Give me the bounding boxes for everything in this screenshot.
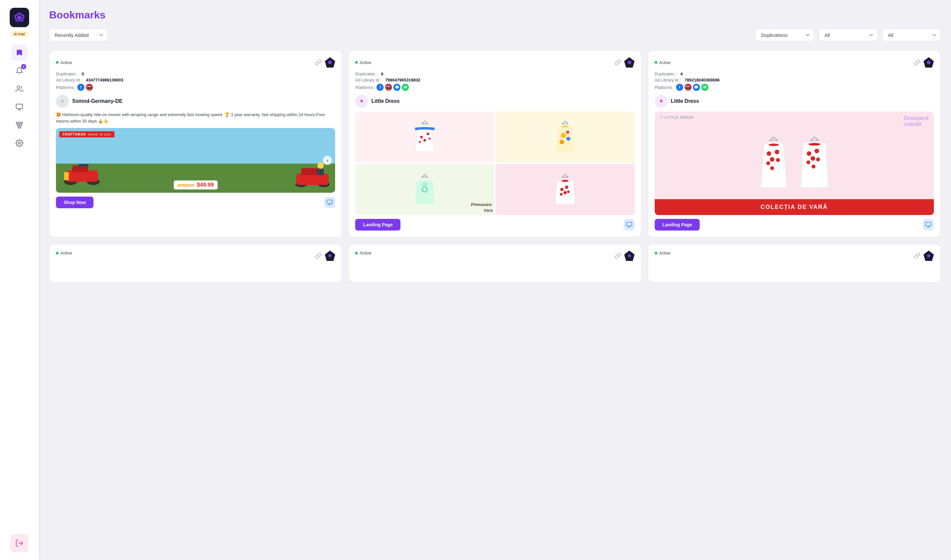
card-header-2: Active <box>355 57 634 68</box>
sidebar-nav: 0 <box>11 45 28 532</box>
pipiads-icon-1 <box>324 197 335 208</box>
svg-rect-19 <box>296 174 329 185</box>
bottom-actions-3 <box>914 251 934 261</box>
bottom-pentagon-3 <box>923 251 934 261</box>
bottom-card-3: Active <box>648 244 941 283</box>
page-title: Bookmarks <box>49 9 941 21</box>
svg-text:♡ ♡ ♡: ♡ ♡ ♡ <box>806 173 817 176</box>
bottom-cards-row: Active Active <box>49 244 941 283</box>
svg-rect-44 <box>626 222 632 226</box>
app-logo <box>10 8 29 27</box>
svg-rect-24 <box>327 200 333 204</box>
logout-button[interactable] <box>10 534 28 552</box>
library-icon <box>15 103 23 111</box>
craftsman-badge: CRAFTSMAN MADE IN USA <box>59 131 114 137</box>
pipiads-icon-2 <box>624 219 635 230</box>
bottom-link-3[interactable] <box>914 252 920 259</box>
svg-point-58 <box>806 160 810 164</box>
card-body-1: 🤩 Heirloom-quality ride-on mower with am… <box>56 112 335 124</box>
svg-point-59 <box>816 157 820 162</box>
bottom-pentagon-1 <box>325 251 335 261</box>
svg-point-48 <box>775 150 779 154</box>
brand-name-1: Sxmnd-Germany-DE <box>72 98 123 104</box>
brand-icon-3 <box>923 57 934 68</box>
svg-point-35 <box>566 131 569 134</box>
landing-page-button-2[interactable]: Landing Page <box>355 219 401 231</box>
svg-marker-8 <box>328 60 332 64</box>
svg-marker-65 <box>627 254 631 257</box>
card-cta-1: Shop Now <box>56 197 335 208</box>
brand-name-2: Little Dress <box>371 98 399 104</box>
dress-image-grid-2: Primavara- Vara <box>355 112 634 215</box>
card-meta-3: Duplicates : 4 Ad Library Id : 786218040… <box>655 71 934 91</box>
card-image-1: CRAFTSMAN MADE IN USA <box>56 128 335 193</box>
svg-point-57 <box>811 156 815 161</box>
filters-row: Recently Added Most Duplicated Newest Fi… <box>49 29 941 42</box>
platform-filter[interactable]: All Facebook Instagram Messenger <box>882 29 941 42</box>
bottom-actions-2 <box>615 251 635 261</box>
svg-point-29 <box>424 139 426 142</box>
dress-single-bg: ♡ LITTLE DRESS Descoperăcolecția <box>655 112 934 215</box>
svg-point-41 <box>564 191 567 194</box>
platform-icons-2: f 📸 💬 ✉ <box>376 84 409 91</box>
sidebar-item-filter[interactable] <box>11 117 28 133</box>
shop-now-button[interactable]: Shop Now <box>56 197 94 208</box>
svg-rect-4 <box>16 122 23 123</box>
card-status-3: Active <box>655 60 670 65</box>
svg-rect-15 <box>64 172 69 180</box>
colectia-banner: COLECȚIA DE VARĂ <box>655 199 934 215</box>
platform-icons-3: f 📸 💬 ✉ <box>676 84 708 91</box>
sidebar-item-notifications[interactable]: 0 <box>11 63 28 79</box>
sidebar-item-library[interactable] <box>11 99 28 115</box>
duplications-filter[interactable]: Duplications 0 1-5 6-10 10+ <box>755 29 814 42</box>
brand-name-3: Little Dress <box>671 98 699 104</box>
dress-cell-4 <box>496 164 635 215</box>
gear-icon <box>15 139 23 147</box>
landing-page-button-3[interactable]: Landing Page <box>655 219 700 231</box>
sort-filter[interactable]: Recently Added Most Duplicated Newest Fi… <box>49 29 107 42</box>
bottom-link-icon-3 <box>914 252 920 259</box>
trial-badge: In trial <box>11 31 28 37</box>
status-dot-3 <box>655 61 657 64</box>
svg-marker-64 <box>328 254 332 257</box>
messenger-icon-3: 💬 <box>693 84 700 91</box>
bottom-link-icon-2 <box>615 252 621 259</box>
link-button-3[interactable] <box>914 59 920 66</box>
sidebar-item-settings[interactable] <box>11 135 28 151</box>
svg-point-50 <box>766 162 770 165</box>
link-button-2[interactable] <box>615 59 621 66</box>
sidebar-bottom <box>10 534 28 552</box>
filter-icon <box>15 121 23 129</box>
users-icon <box>15 85 23 93</box>
bottom-status-3: Active <box>655 251 670 255</box>
brand-logo-2 <box>355 95 368 108</box>
svg-point-56 <box>814 149 819 153</box>
bottom-actions-1 <box>315 251 335 261</box>
bottom-link-2[interactable] <box>615 252 621 259</box>
svg-rect-3 <box>16 104 23 109</box>
dress-cell-3: Primavara- Vara <box>355 164 494 215</box>
link-button-1[interactable] <box>315 59 322 66</box>
bottom-card-1: Active <box>49 244 342 283</box>
facebook-icon-3: f <box>676 84 683 91</box>
bottom-link-1[interactable] <box>315 252 322 259</box>
svg-point-51 <box>776 158 780 162</box>
card-actions-3 <box>914 57 934 68</box>
svg-point-40 <box>565 186 568 189</box>
sidebar: In trial 0 <box>0 0 39 560</box>
dress-cell-1 <box>355 112 494 163</box>
logout-icon <box>15 539 24 548</box>
svg-point-37 <box>423 188 426 191</box>
sidebar-item-bookmarks[interactable] <box>11 45 28 61</box>
descopera-label: Descoperăcolecția <box>904 115 929 127</box>
link-icon <box>315 59 322 66</box>
svg-point-49 <box>770 157 774 162</box>
status-filter[interactable]: All Active Inactive <box>819 29 877 42</box>
svg-point-38 <box>422 182 427 187</box>
svg-rect-13 <box>66 171 98 182</box>
link-icon-2 <box>615 59 621 66</box>
sidebar-item-users[interactable] <box>11 81 28 97</box>
svg-point-21 <box>318 162 324 169</box>
cards-grid: Active Duplicates : 0 <box>49 51 941 237</box>
svg-rect-16 <box>79 164 88 167</box>
